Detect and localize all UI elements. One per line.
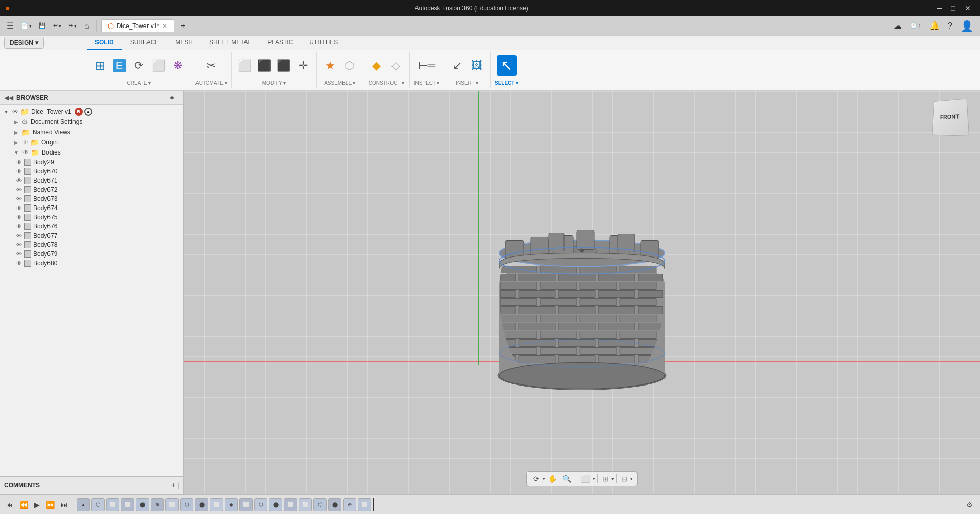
- display-dropdown[interactable]: ▾: [593, 476, 595, 481]
- origin-visibility[interactable]: 👁: [22, 139, 28, 145]
- insert-canvas[interactable]: 🖼: [468, 58, 486, 73]
- create-extrude[interactable]: E: [110, 58, 129, 73]
- minimize-button[interactable]: ─: [933, 3, 946, 13]
- create-revolve[interactable]: ⟳: [130, 58, 148, 73]
- document-tab[interactable]: ⬡ Dice_Tower v1* ✕: [101, 19, 174, 32]
- body-eye[interactable]: 👁: [16, 159, 22, 165]
- list-item[interactable]: 👁Body680: [0, 259, 183, 268]
- tab-mesh[interactable]: MESH: [167, 36, 201, 50]
- zoom-button[interactable]: 🔍: [560, 473, 574, 484]
- grid-button[interactable]: ⊞: [600, 473, 611, 484]
- list-item[interactable]: 👁Body676: [0, 222, 183, 231]
- tl-item[interactable]: ⬜: [106, 498, 119, 511]
- new-tab-button[interactable]: +: [178, 20, 188, 32]
- tl-item[interactable]: ⬤: [328, 498, 341, 511]
- tl-item[interactable]: ▲: [77, 498, 90, 511]
- body-eye[interactable]: 👁: [16, 214, 22, 220]
- grid-dropdown[interactable]: ▾: [611, 476, 614, 481]
- collapse-panel-button[interactable]: ◀◀: [4, 94, 13, 101]
- body-eye[interactable]: 👁: [16, 260, 22, 266]
- tl-item[interactable]: ◆: [225, 498, 238, 511]
- tree-root-item[interactable]: ▼ 👁 📁 Dice_Tower v1 B ●: [0, 107, 183, 117]
- tl-item[interactable]: ⬜: [239, 498, 253, 511]
- comments-add-button[interactable]: +: [171, 481, 176, 490]
- root-expand-icon[interactable]: ▼: [2, 109, 10, 115]
- new-button[interactable]: 📄 ▾: [18, 21, 34, 31]
- timeline-play[interactable]: ▶: [32, 500, 42, 510]
- modify-fillet[interactable]: ⬜: [236, 58, 254, 73]
- tl-item[interactable]: ⬜: [165, 498, 179, 511]
- assemble-dropdown[interactable]: ▾: [353, 80, 355, 86]
- construct-dropdown[interactable]: ▾: [402, 80, 404, 86]
- modify-dropdown[interactable]: ▾: [283, 80, 286, 86]
- tl-item[interactable]: ⬜: [121, 498, 134, 511]
- maximize-button[interactable]: □: [947, 3, 960, 13]
- display-button[interactable]: ⬜: [578, 473, 592, 484]
- view-cube-button[interactable]: ⊟: [619, 473, 630, 484]
- undo-button[interactable]: ↩ ▾: [51, 21, 64, 31]
- doc-settings-expand[interactable]: ▶: [12, 119, 20, 125]
- pan-button[interactable]: ✋: [546, 473, 559, 484]
- tl-item[interactable]: ⬡: [91, 498, 105, 511]
- tab-utilities[interactable]: UTILITIES: [301, 36, 346, 50]
- body-eye[interactable]: 👁: [16, 233, 22, 239]
- cloud-status[interactable]: ☁: [891, 19, 904, 32]
- doc-close[interactable]: ✕: [162, 22, 167, 30]
- list-item[interactable]: 👁Body673: [0, 194, 183, 203]
- tl-item[interactable]: ⬤: [136, 498, 149, 511]
- cube-face-front[interactable]: FRONT: [932, 99, 969, 136]
- modify-move[interactable]: ✛: [294, 58, 312, 73]
- select-dropdown[interactable]: ▾: [516, 80, 518, 86]
- assemble-joint2[interactable]: ⬡: [340, 58, 359, 73]
- modify-shell[interactable]: ⬛: [275, 58, 293, 73]
- body-eye[interactable]: 👁: [16, 168, 22, 174]
- list-item[interactable]: 👁Body678: [0, 240, 183, 249]
- tl-item[interactable]: ⬤: [269, 498, 282, 511]
- list-item[interactable]: 👁Body677: [0, 231, 183, 240]
- tab-plastic[interactable]: PLASTIC: [259, 36, 301, 50]
- home-button[interactable]: ⌂: [81, 20, 92, 32]
- inspect-measure[interactable]: ⊢═: [416, 58, 438, 73]
- named-views-expand[interactable]: ▶: [12, 130, 20, 135]
- bodies-expand[interactable]: ▼: [12, 150, 20, 156]
- nav-cube[interactable]: FRONT: [932, 99, 972, 140]
- root-visibility-icon[interactable]: 👁: [12, 108, 18, 115]
- tree-item-origin[interactable]: ▶ 👁 📁 Origin: [0, 137, 183, 147]
- viewport[interactable]: FRONT ⟳ ▾ ✋ 🔍 ⬜ ▾ ⊞ ▾ ⊟ ▾: [184, 91, 980, 494]
- tab-solid[interactable]: SOLID: [87, 36, 122, 50]
- resize-handle-h[interactable]: |: [178, 482, 179, 489]
- tl-item[interactable]: ⬡: [254, 498, 267, 511]
- timeline-settings-button[interactable]: ⚙: [963, 500, 976, 510]
- construct-plane[interactable]: ◆: [368, 58, 386, 73]
- tl-item[interactable]: ⬜: [299, 498, 312, 511]
- design-mode-button[interactable]: DESIGN ▾: [4, 37, 44, 49]
- list-item[interactable]: 👁Body29: [0, 158, 183, 167]
- list-item[interactable]: 👁Body674: [0, 203, 183, 213]
- list-item[interactable]: 👁Body670: [0, 167, 183, 176]
- body-eye[interactable]: 👁: [16, 205, 22, 211]
- select-tool[interactable]: ↖: [497, 55, 517, 76]
- create-more[interactable]: ❋: [168, 58, 187, 73]
- construct-axis[interactable]: ◇: [387, 58, 405, 73]
- assemble-joint[interactable]: ★: [321, 58, 339, 73]
- create-sweep[interactable]: ⬜: [149, 58, 167, 73]
- create-new-component[interactable]: ⊞: [91, 58, 109, 74]
- tab-sheet-metal[interactable]: SHEET METAL: [201, 36, 259, 50]
- bodies-visibility[interactable]: 👁: [22, 149, 29, 156]
- user-profile[interactable]: 👤: [958, 18, 976, 34]
- notifications-button[interactable]: 🔔: [927, 19, 942, 32]
- body-eye[interactable]: 👁: [16, 251, 22, 257]
- timeline-marker[interactable]: [373, 498, 374, 511]
- body-eye[interactable]: 👁: [16, 177, 22, 184]
- orbit-button[interactable]: ⟳: [531, 473, 542, 484]
- app-menu-button[interactable]: ☰: [4, 19, 16, 32]
- body-eye[interactable]: 👁: [16, 223, 22, 229]
- timeline-last[interactable]: ⏭: [59, 500, 70, 510]
- list-item[interactable]: 👁Body671: [0, 176, 183, 185]
- timeline-next[interactable]: ⏩: [44, 500, 57, 510]
- tree-item-doc-settings[interactable]: ▶ ⚙ Document Settings: [0, 117, 183, 127]
- tl-item[interactable]: ⬡: [313, 498, 327, 511]
- list-item[interactable]: 👁Body675: [0, 213, 183, 222]
- list-item[interactable]: 👁Body672: [0, 185, 183, 194]
- browser-options-button[interactable]: ●: [170, 94, 174, 101]
